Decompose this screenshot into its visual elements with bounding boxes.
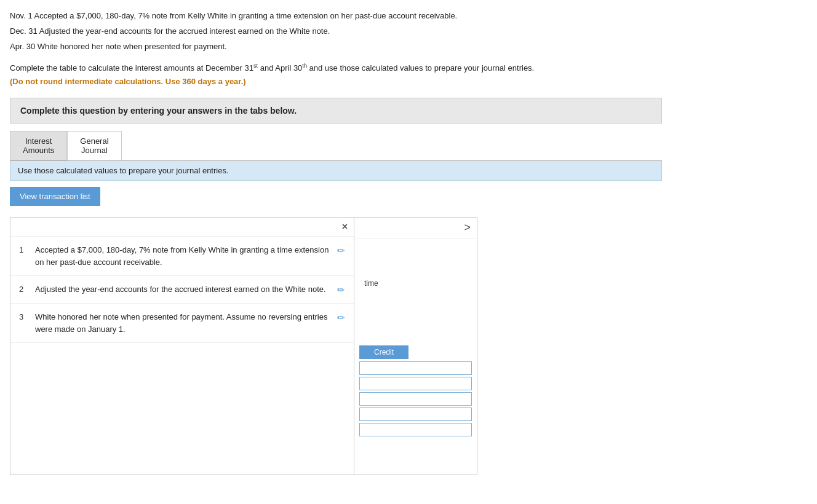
journal-panel: > time Credit xyxy=(354,217,477,475)
bold-warning: (Do not round intermediate calculations.… xyxy=(10,77,246,86)
question-box: Complete this question by entering your … xyxy=(10,98,662,124)
close-button[interactable]: × xyxy=(342,221,348,232)
problem-text: Nov. 1 Accepted a $7,000, 180-day, 7% no… xyxy=(10,10,807,53)
question-box-text: Complete this question by entering your … xyxy=(20,106,297,116)
transaction-number-3: 3 xyxy=(19,311,31,321)
tab-general-journal[interactable]: GeneralJournal xyxy=(67,131,121,160)
credit-input-3[interactable] xyxy=(359,392,472,406)
partial-time-text: time xyxy=(359,275,472,291)
instruction-text: Complete the table to calculate the inte… xyxy=(10,61,807,88)
superscript-th: th xyxy=(302,63,307,69)
transaction-list-panel: × 1 Accepted a $7,000, 180-day, 7% note … xyxy=(10,217,354,475)
edit-icon-2[interactable]: ✏ xyxy=(331,283,345,296)
transaction-desc-2: Adjusted the year-end accounts for the a… xyxy=(31,283,331,296)
credit-header: Credit xyxy=(359,345,408,359)
instruction-middle: and April 30 xyxy=(258,64,302,73)
credit-input-5[interactable] xyxy=(359,423,472,436)
transaction-desc-3: White honored her note when presented fo… xyxy=(31,311,331,335)
tab-info-text: Use those calculated values to prepare y… xyxy=(18,166,229,175)
credit-input-2[interactable] xyxy=(359,377,472,390)
chevron-right-icon[interactable]: > xyxy=(464,221,471,234)
problem-line-1: Nov. 1 Accepted a $7,000, 180-day, 7% no… xyxy=(10,10,807,23)
credit-input-4[interactable] xyxy=(359,408,472,421)
credit-section: Credit xyxy=(354,345,477,436)
main-area: × 1 Accepted a $7,000, 180-day, 7% note … xyxy=(10,217,662,475)
list-item: 2 Adjusted the year-end accounts for the… xyxy=(10,276,354,304)
instruction-end: and use those calculated values to prepa… xyxy=(307,64,534,73)
tab-info-bar: Use those calculated values to prepare y… xyxy=(10,161,662,181)
tabs-container: InterestAmounts GeneralJournal xyxy=(10,131,662,161)
edit-icon-1[interactable]: ✏ xyxy=(331,244,345,256)
list-item: 1 Accepted a $7,000, 180-day, 7% note fr… xyxy=(10,237,354,276)
transaction-list-header: × xyxy=(10,218,354,237)
transaction-number-1: 1 xyxy=(19,244,31,254)
problem-line-2: Dec. 31 Adjusted the year-end accounts f… xyxy=(10,25,807,38)
instruction-before: Complete the table to calculate the inte… xyxy=(10,64,253,73)
problem-line-3: Apr. 30 White honored her note when pres… xyxy=(10,41,807,53)
edit-icon-3[interactable]: ✏ xyxy=(331,311,345,323)
journal-partial-area: time xyxy=(354,238,477,296)
list-item: 3 White honored her note when presented … xyxy=(10,304,354,343)
view-transaction-button[interactable]: View transaction list xyxy=(10,187,100,206)
journal-panel-header: > xyxy=(354,218,477,238)
transaction-number-2: 2 xyxy=(19,283,31,294)
credit-input-1[interactable] xyxy=(359,361,472,375)
transaction-desc-1: Accepted a $7,000, 180-day, 7% note from… xyxy=(31,244,331,268)
tab-interest-amounts[interactable]: InterestAmounts xyxy=(10,131,67,160)
